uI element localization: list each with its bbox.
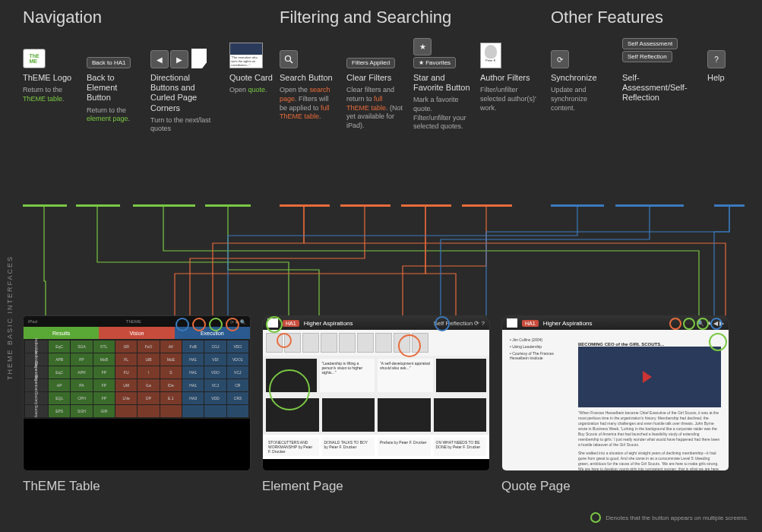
- feature-help: ? Help: [707, 38, 738, 112]
- feature-synchronize: ⟳ Synchronize Update and synchronize con…: [551, 38, 613, 112]
- feature-quote-card: "The executive who sees the sights on co…: [229, 38, 284, 134]
- divider-bars: [0, 201, 762, 211]
- filters-applied-icon: Filters Applied: [346, 58, 395, 68]
- feature-desc: Return to the ThEME table.: [23, 86, 77, 103]
- directional-icons: ◀ ▶: [150, 38, 220, 68]
- feature-back-to-element: Back to HA1 Back to Element Button Retur…: [87, 38, 141, 134]
- theme-logo-mini-icon: [507, 318, 517, 328]
- curled-page-icon: [191, 49, 207, 68]
- feature-desc: Open the search page. Filters will be ap…: [280, 86, 337, 122]
- feature-directional: ◀ ▶ Directional Buttons and Curled Page …: [150, 38, 220, 134]
- feature-search: Search Button Open the search page. Filt…: [280, 38, 337, 131]
- self-reflection-button-icon: Self Reflection: [622, 51, 672, 62]
- svg-point-0: [286, 56, 291, 62]
- screenshot-title-quote: Quote Page: [501, 479, 571, 494]
- favorites-button-icon: ★ Favorites: [413, 57, 456, 68]
- feature-desc: Filter/unfilter selected author(s)' work…: [480, 86, 538, 112]
- footnote-text: Denotes that the button appears on multi…: [605, 515, 748, 521]
- feature-theme-logo: ThEME ThEME Logo Return to the ThEME tab…: [23, 38, 77, 134]
- footnote-circle-icon: [590, 512, 601, 523]
- section-other: Other Features ⟳ Synchronize Update and …: [551, 8, 748, 112]
- self-assessment-button-icon: Self Assessment: [622, 38, 678, 49]
- feature-desc: Turn to the next/last quotes: [150, 116, 220, 134]
- quote-para-1: "When Frances Hesselbein became Chief Ex…: [578, 410, 721, 448]
- feature-clear-filters: Filters Applied Clear Filters Clear filt…: [346, 38, 404, 131]
- table-grid: Individual EqCSGAKTL GRFoOAV FoBCGJVDO I…: [24, 339, 250, 419]
- captions-row: STONECUTTERS AND WORKMANSHIP by Peter F.…: [263, 435, 489, 459]
- screenshot-quote-page: HA1 Higher Aspirations 🔍 ★ ◀ ▶ • Jim Col…: [501, 315, 729, 471]
- feature-label: Clear Filters: [346, 73, 404, 83]
- feature-desc: Clear filters and return to full ThEME t…: [346, 86, 404, 130]
- feature-label: Quote Card: [229, 73, 284, 83]
- tag-ha1: HA1: [522, 320, 539, 327]
- feature-label: Author Filters: [480, 73, 538, 83]
- back-button-icon: Back to HA1: [87, 38, 141, 68]
- feature-author-filters: Peter F. Author Filters Filter/unfilter …: [480, 38, 538, 131]
- feature-desc: Return to the element page.: [87, 106, 141, 124]
- feature-star-favorite: ★ ★ Favorites Star and Favorite Button M…: [413, 38, 471, 131]
- feature-desc: Update and synchronize content.: [551, 86, 613, 112]
- feature-row-filtering: Search Button Open the search page. Filt…: [280, 38, 534, 131]
- feature-label: Star and Favorite Button: [413, 73, 471, 93]
- quote-content: BECOMING CEO of the GIRL SCOUTS... "When…: [578, 337, 721, 464]
- section-title-filtering: Filtering and Searching: [280, 8, 534, 27]
- arrow-right-icon: ▶: [170, 50, 188, 68]
- quote-body: • Jim Collins (2004) • Using Leadership …: [502, 330, 729, 471]
- quote-para-2: She walked into a situation of eight str…: [578, 451, 721, 471]
- star-icon: ★: [413, 38, 432, 55]
- quote-card-icon: "The executive who sees the sights on co…: [229, 38, 284, 68]
- screenshot-theme-table: iPadThEME⟳ ★ 🔍 Results Vision Execution …: [23, 315, 251, 471]
- quote-meta: • Jim Collins (2004) • Using Leadership …: [510, 337, 571, 464]
- side-label: THEME BASIC INTERFACES: [6, 255, 14, 380]
- feature-desc: Open quote.: [229, 86, 284, 95]
- svg-line-1: [290, 61, 292, 63]
- section-title-navigation: Navigation: [23, 8, 266, 27]
- feature-label: ThEME Logo: [23, 73, 77, 83]
- feature-row-navigation: ThEME ThEME Logo Return to the ThEME tab…: [23, 38, 266, 134]
- tab-results: Results: [24, 327, 99, 339]
- footnote: Denotes that the button appears on multi…: [590, 512, 748, 523]
- feature-self-assessment: Self Assessment Self Reflection Self-Ass…: [622, 38, 698, 112]
- help-icon: ?: [707, 50, 726, 68]
- feature-label: Synchronize: [551, 73, 613, 83]
- tag-title: Higher Aspirations: [543, 320, 593, 327]
- feature-label: Self-Assessment/Self-Reflection: [622, 73, 698, 103]
- tag-ha1: HA1: [283, 320, 299, 327]
- screenshot-title-table: ThEME Table: [23, 479, 100, 494]
- author-filter-icon: Peter F.: [480, 43, 501, 68]
- feature-label: Search Button: [280, 73, 337, 83]
- feature-row-other: ⟳ Synchronize Update and synchronize con…: [551, 38, 748, 112]
- section-navigation: Navigation ThEME ThEME Logo Return to th…: [23, 8, 266, 134]
- section-filtering: Filtering and Searching Search Button Op…: [280, 8, 534, 131]
- sync-icon: ⟳: [551, 50, 569, 68]
- element-topbar: HA1 Higher Aspirations Self Reflection ⟳…: [263, 316, 489, 330]
- screenshot-title-element: Element Page: [262, 479, 343, 494]
- theme-logo-icon: ThEME: [23, 38, 77, 68]
- author-row: [263, 330, 489, 356]
- tab-vision: Vision: [99, 327, 174, 339]
- feature-desc: Mark a favorite quote. Filter/unfilter y…: [413, 96, 471, 131]
- quote-photo: [578, 347, 721, 407]
- search-icon: [280, 50, 298, 68]
- feature-label: Back to Element Button: [87, 73, 141, 103]
- feature-label: Help: [707, 73, 738, 83]
- arrow-left-icon: ◀: [150, 50, 169, 68]
- feature-label: Directional Buttons and Curled Page Corn…: [150, 73, 220, 113]
- section-title-other: Other Features: [551, 8, 748, 27]
- tag-title: Higher Aspirations: [304, 320, 353, 327]
- screenshot-element-page: HA1 Higher Aspirations Self Reflection ⟳…: [262, 315, 490, 471]
